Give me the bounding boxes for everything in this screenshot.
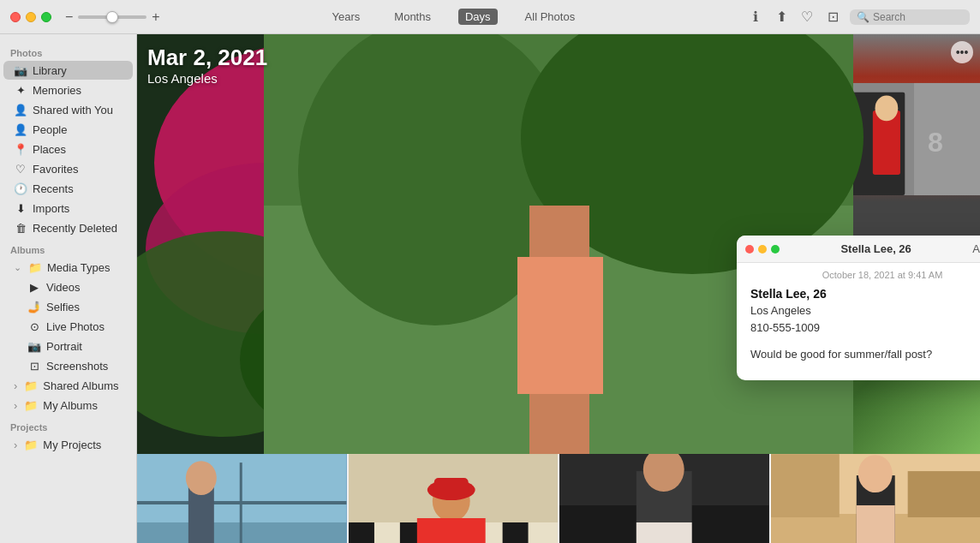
svg-rect-61: [856, 505, 894, 543]
live-photos-icon: ⊙: [27, 319, 41, 333]
shared-with-you-label: Shared with You: [33, 104, 113, 116]
note-toolbar-icons: Aa ≡ >>: [972, 242, 980, 255]
sidebar-item-recently-deleted[interactable]: 🗑 Recently Deleted: [3, 218, 133, 237]
memories-label: Memories: [33, 84, 81, 97]
library-label: Library: [33, 64, 67, 77]
zoom-minus-button[interactable]: −: [65, 9, 73, 25]
note-maximize-button[interactable]: [771, 245, 780, 254]
tab-years[interactable]: Years: [326, 9, 368, 25]
sidebar-item-people[interactable]: 👤 People: [3, 120, 133, 139]
photo-content: Mar 2, 2021 Los Angeles: [137, 34, 980, 543]
shared-albums-icon: 📁: [24, 379, 38, 392]
bottom-row: [137, 454, 980, 543]
shared-albums-label: Shared Albums: [43, 379, 118, 392]
titlebar-actions: ℹ ⬆ ♡ ⊡ 🔍: [747, 9, 970, 26]
sidebar-item-screenshots[interactable]: ⊡ Screenshots: [3, 356, 133, 375]
bottom-photo-4[interactable]: [771, 454, 981, 543]
note-phone: 810-555-1009: [750, 319, 980, 337]
main-layout: Photos 📷 Library ✦ Memories 👤 Shared wit…: [0, 34, 980, 543]
search-input[interactable]: [873, 11, 963, 23]
sidebar-item-live-photos[interactable]: ⊙ Live Photos: [3, 317, 133, 336]
favorites-label: Favorites: [33, 163, 78, 176]
bottom-photo-2-svg: [349, 454, 559, 543]
search-icon: 🔍: [857, 11, 869, 23]
sidebar-item-memories[interactable]: ✦ Memories: [3, 81, 133, 99]
bottom-photo-1-svg: [137, 454, 347, 543]
memories-icon: ✦: [14, 83, 27, 97]
svg-rect-47: [416, 518, 485, 543]
sidebar-item-imports[interactable]: ⬇ Imports: [3, 199, 133, 218]
sidebar-item-recents[interactable]: 🕐 Recents: [3, 179, 133, 198]
svg-rect-57: [771, 454, 840, 517]
note-location: Los Angeles: [750, 302, 980, 319]
my-projects-icon: 📁: [24, 438, 38, 451]
zoom-control: − +: [65, 9, 160, 25]
maximize-button[interactable]: [41, 12, 51, 22]
minimize-button[interactable]: [26, 12, 36, 22]
sidebar: Photos 📷 Library ✦ Memories 👤 Shared wit…: [0, 34, 137, 543]
note-title: Stella Lee, 26: [786, 242, 965, 255]
note-close-button[interactable]: [745, 245, 754, 254]
titlebar: − + Years Months Days All Photos ℹ ⬆ ♡ ⊡…: [0, 0, 980, 34]
sidebar-item-my-projects[interactable]: 📁 My Projects: [3, 435, 133, 454]
svg-rect-33: [137, 501, 347, 504]
library-icon: 📷: [14, 63, 27, 77]
places-icon: 📍: [14, 142, 27, 156]
sidebar-item-places[interactable]: 📍 Places: [3, 140, 133, 158]
note-font-icon[interactable]: Aa: [972, 242, 980, 255]
svg-rect-54: [636, 522, 692, 543]
tab-days[interactable]: Days: [458, 9, 498, 25]
sidebar-item-my-albums[interactable]: 📁 My Albums: [3, 396, 133, 415]
sidebar-item-videos[interactable]: ▶ Videos: [3, 277, 133, 296]
nav-tabs: Years Months Days All Photos: [160, 9, 747, 25]
videos-icon: ▶: [27, 280, 41, 294]
date-display: Mar 2, 2021: [147, 45, 267, 71]
sidebar-item-shared-with-you[interactable]: 👤 Shared with You: [3, 100, 133, 119]
heart-icon[interactable]: ♡: [798, 9, 816, 26]
svg-rect-41: [502, 522, 528, 543]
tab-all-photos[interactable]: All Photos: [518, 9, 583, 25]
note-popup: Stella Lee, 26 Aa ≡ >> October 18, 2021 …: [737, 236, 980, 380]
bottom-photo-3[interactable]: [559, 454, 771, 543]
more-button[interactable]: •••: [951, 41, 973, 63]
info-icon[interactable]: ℹ: [747, 9, 764, 26]
places-label: Places: [33, 143, 66, 156]
recently-deleted-label: Recently Deleted: [33, 222, 117, 235]
imports-icon: ⬇: [14, 201, 27, 215]
bottom-photo-2[interactable]: [349, 454, 560, 543]
sidebar-item-shared-albums[interactable]: 📁 Shared Albums: [3, 376, 133, 395]
sidebar-item-selfies[interactable]: 🤳 Selfies: [3, 297, 133, 316]
note-timestamp: October 18, 2021 at 9:41 AM: [737, 263, 980, 283]
search-box[interactable]: 🔍: [850, 9, 970, 25]
my-projects-label: My Projects: [43, 439, 101, 451]
my-albums-label: My Albums: [43, 399, 98, 412]
svg-point-60: [858, 455, 892, 492]
svg-rect-38: [349, 522, 374, 543]
videos-label: Videos: [46, 281, 81, 294]
bottom-photo-3-svg: [559, 454, 769, 543]
shared-with-you-icon: 👤: [14, 103, 27, 116]
sidebar-item-portrait[interactable]: 📷 Portrait: [3, 337, 133, 355]
share-icon[interactable]: ⬆: [773, 9, 790, 26]
sidebar-item-favorites[interactable]: ♡ Favorites: [3, 159, 133, 178]
bottom-photo-4-svg: [771, 454, 981, 543]
close-button[interactable]: [10, 12, 21, 22]
crop-icon[interactable]: ⊡: [824, 9, 841, 26]
photos-section-label: Photos: [0, 41, 136, 60]
media-types-icon: 📁: [28, 260, 42, 274]
portrait-label: Portrait: [46, 340, 82, 353]
people-label: People: [33, 123, 67, 136]
selfies-icon: 🤳: [27, 300, 41, 313]
zoom-slider[interactable]: [78, 15, 146, 19]
svg-rect-49: [433, 478, 468, 495]
recently-deleted-icon: 🗑: [14, 221, 27, 235]
note-person-name: Stella Lee, 26: [750, 287, 980, 301]
zoom-slider-thumb[interactable]: [106, 11, 118, 23]
sidebar-item-media-types[interactable]: 📁 Media Types: [3, 258, 133, 277]
zoom-plus-button[interactable]: +: [152, 9, 159, 25]
portrait-icon: 📷: [27, 339, 41, 353]
note-minimize-button[interactable]: [758, 245, 767, 254]
bottom-photo-1[interactable]: [137, 454, 349, 543]
tab-months[interactable]: Months: [387, 9, 438, 25]
sidebar-item-library[interactable]: 📷 Library: [3, 61, 133, 80]
